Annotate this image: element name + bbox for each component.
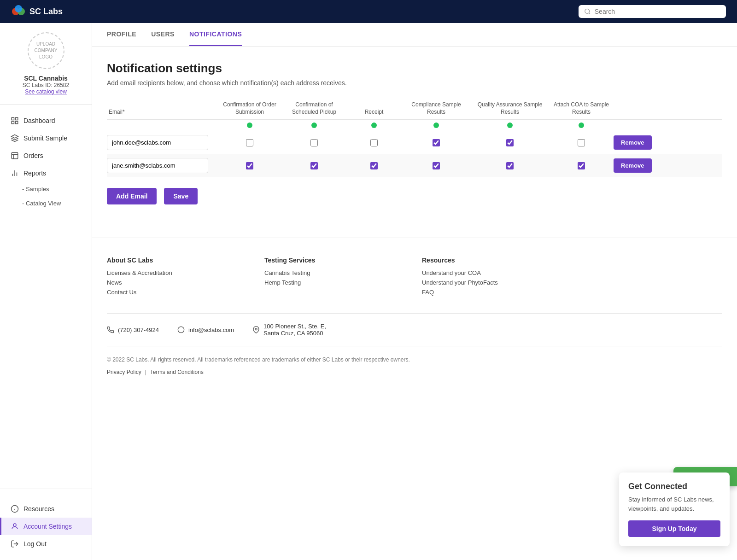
footer-copyright: © 2022 SC Labs. All rights reserved. All… [107,356,722,364]
cb-receipt-2[interactable] [370,162,378,169]
search-bar[interactable] [579,5,726,18]
footer-columns: About SC Labs Licenses & Accreditation N… [107,257,722,298]
cb-compliance-2[interactable] [433,162,440,169]
remove-cell-1[interactable]: Remove [614,135,669,150]
sidebar-item-submit-sample[interactable]: Submit Sample [0,129,92,147]
col-header-quality: Quality Assurance Sample Results [471,101,549,116]
cb-quality-2[interactable] [506,162,514,169]
reports-icon [11,169,19,177]
footer-about-title: About SC Labs [107,257,250,264]
checkbox-compliance-2[interactable] [402,162,471,169]
footer-legal-links: Privacy Policy | Terms and Conditions [107,368,722,377]
table-row: Remove [107,154,722,177]
email-input-1[interactable] [107,135,208,150]
company-logo-upload[interactable]: UPLOAD COMPANY LOGO [28,32,64,69]
checkbox-order-confirm-2[interactable] [217,162,282,169]
orders-icon [11,152,19,160]
cb-receipt-1[interactable] [370,139,378,146]
footer-testing-title: Testing Services [264,257,407,264]
footer-resources-link-1[interactable]: Understand your PhytoFacts [422,279,565,286]
footer-resources-title: Resources [422,257,565,264]
footer-about-link-2[interactable]: Contact Us [107,289,250,296]
table-row: Remove [107,131,722,154]
sidebar-item-dashboard[interactable]: Dashboard [0,112,92,129]
col-header-compliance: Compliance Sample Results [402,101,471,116]
sidebar-item-logout[interactable]: Log Out [0,535,92,553]
footer-email: info@sclabs.com [177,323,234,337]
cb-order-confirm-2[interactable] [246,162,253,169]
cb-pickup-confirm-2[interactable] [310,162,318,169]
footer-testing: Testing Services Cannabis Testing Hemp T… [264,257,407,298]
footer-about-link-1[interactable]: News [107,279,250,286]
sidebar-item-orders-label: Orders [23,152,43,159]
col-header-email: Email* [107,109,217,116]
footer-resources-link-2[interactable]: FAQ [422,289,565,296]
submit-sample-icon [11,134,19,142]
checkbox-compliance-1[interactable] [402,139,471,146]
sidebar-subitem-samples[interactable]: - Samples [0,182,92,196]
terms-link[interactable]: Terms and Conditions [150,368,204,377]
sidebar-item-resources[interactable]: Resources [0,500,92,518]
svg-rect-6 [16,122,18,124]
checkbox-receipt-1[interactable] [346,139,402,146]
privacy-policy-link[interactable]: Privacy Policy [107,368,141,377]
logo-area[interactable]: SC Labs [11,4,63,19]
cb-attach-coa-1[interactable] [578,139,585,146]
remove-button-2[interactable]: Remove [614,158,652,173]
table-dot-row [107,119,722,131]
cb-compliance-1[interactable] [433,139,440,146]
tab-notifications[interactable]: NOTIFICATIONS [189,23,242,46]
remove-cell-2[interactable]: Remove [614,158,669,173]
sidebar-item-reports[interactable]: Reports [0,164,92,182]
cb-attach-coa-2[interactable] [578,162,585,169]
footer-bottom: © 2022 SC Labs. All rights reserved. All… [107,356,722,377]
footer-resources-link-0[interactable]: Understand your COA [422,269,565,276]
checkbox-pickup-confirm-2[interactable] [282,162,346,169]
footer-testing-link-0[interactable]: Cannabis Testing [264,269,407,276]
cb-pickup-confirm-1[interactable] [310,139,318,146]
sidebar: UPLOAD COMPANY LOGO SCL Cannabis SC Labs… [0,23,92,560]
checkbox-attach-coa-1[interactable] [549,139,614,146]
tab-profile[interactable]: PROFILE [107,23,136,46]
footer-about-link-0[interactable]: Licenses & Accreditation [107,269,250,276]
sidebar-item-account-settings[interactable]: Account Settings [0,518,92,535]
col-header-receipt: Receipt [346,109,402,116]
email-input-2[interactable] [107,158,208,173]
sidebar-item-orders[interactable]: Orders [0,147,92,164]
sidebar-item-submit-label: Submit Sample [23,134,67,142]
sidebar-item-dashboard-label: Dashboard [23,117,55,124]
tab-users[interactable]: USERS [151,23,175,46]
tabs-bar: PROFILE USERS NOTIFICATIONS [92,23,737,47]
signup-today-button[interactable]: Sign Up Today [628,520,720,537]
remove-button-1[interactable]: Remove [614,135,652,150]
company-name: SCL Cannabis [24,75,68,82]
action-buttons: Add Email Save [107,188,722,204]
add-email-button[interactable]: Add Email [107,188,157,204]
footer-about: About SC Labs Licenses & Accreditation N… [107,257,250,298]
cb-quality-1[interactable] [506,139,514,146]
search-input[interactable] [595,8,720,15]
account-settings-icon [11,522,19,531]
col-header-order-confirm: Confirmation of Order Submission [217,101,282,116]
footer-empty-col [579,257,722,298]
footer-testing-link-1[interactable]: Hemp Testing [264,279,407,286]
email-cell-1[interactable] [107,135,217,150]
checkbox-quality-2[interactable] [471,162,549,169]
cb-order-confirm-1[interactable] [246,139,253,146]
svg-rect-7 [12,122,14,124]
checkbox-pickup-confirm-1[interactable] [282,139,346,146]
svg-rect-4 [12,117,14,120]
get-connected-title: Get Connected [628,482,720,491]
checkbox-order-confirm-1[interactable] [217,139,282,146]
save-button[interactable]: Save [164,188,198,204]
dashboard-icon [11,117,19,125]
footer: About SC Labs Licenses & Accreditation N… [92,238,737,388]
checkbox-attach-coa-2[interactable] [549,162,614,169]
checkbox-receipt-2[interactable] [346,162,402,169]
catalog-link[interactable]: See catalog view [25,88,67,95]
svg-rect-5 [16,117,18,120]
sidebar-subitem-catalog[interactable]: - Catalog View [0,196,92,210]
email-cell-2[interactable] [107,158,217,173]
checkbox-quality-1[interactable] [471,139,549,146]
dot-compliance [433,122,439,128]
